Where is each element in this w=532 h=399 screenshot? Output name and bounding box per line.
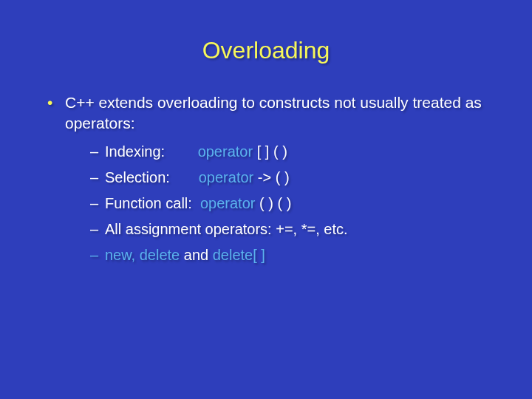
sub-assignment-text: All assignment operators: +=, *=, etc.	[105, 221, 348, 237]
sub-indexing-label: Indexing:	[105, 143, 165, 160]
sub-newdelete-mid: and	[180, 247, 212, 263]
keyword-operator: operator	[199, 169, 254, 185]
bullet-main: C++ extends overloading to constructs no…	[47, 92, 495, 265]
sub-selection-label: Selection:	[105, 169, 170, 185]
keyword-deletebrackets: delete[ ]	[213, 247, 265, 263]
sub-bullet-list: Indexing: operator [ ] ( ) Selection: op…	[65, 142, 495, 265]
sub-functioncall-label: Function call:	[105, 195, 192, 211]
sub-selection: Selection: operator -> ( )	[90, 168, 495, 188]
sub-indexing: Indexing: operator [ ] ( )	[90, 142, 495, 162]
sub-newdelete: new, delete and delete[ ]	[90, 245, 495, 265]
bullet-main-text: C++ extends overloading to constructs no…	[65, 94, 482, 132]
main-bullet-list: C++ extends overloading to constructs no…	[37, 92, 495, 265]
keyword-operator: operator	[200, 195, 256, 211]
sub-functioncall-sig: ( ) ( )	[255, 195, 291, 211]
sub-selection-sig: -> ( )	[253, 169, 289, 185]
sub-functioncall: Function call: operator ( ) ( )	[90, 194, 495, 214]
slide: Overloading C++ extends overloading to c…	[0, 0, 532, 399]
keyword-operator: operator	[198, 143, 253, 160]
sub-assignment: All assignment operators: +=, *=, etc.	[90, 219, 495, 239]
keyword-newdelete: new, delete	[105, 247, 180, 263]
slide-title: Overloading	[37, 37, 495, 64]
sub-indexing-sig: [ ] ( )	[253, 143, 287, 160]
